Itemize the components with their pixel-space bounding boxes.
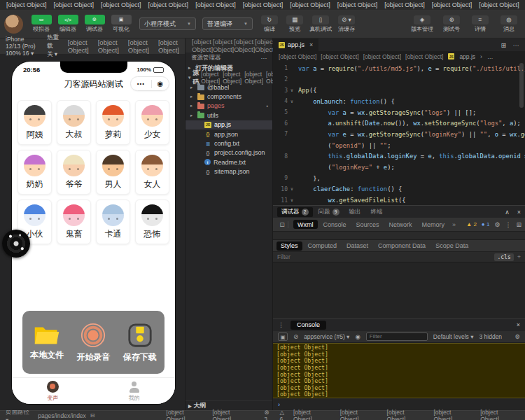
menu-item[interactable]: [object Object] [475, 1, 523, 8]
styles-tab[interactable]: Component Data [374, 241, 430, 251]
action-button[interactable]: ≡ 详情 [470, 15, 491, 33]
view-toggle-button[interactable]: ▣ 可视化 [109, 15, 133, 33]
mode-select[interactable]: 小程序模式 ▼ [139, 18, 196, 30]
view-toggle-button[interactable]: ▭ 模拟器 [29, 15, 53, 33]
menu-item[interactable]: [object Object] [428, 1, 476, 8]
breadcrumb-icon[interactable]: [object Object] [405, 53, 443, 60]
plus-icon[interactable]: + [517, 253, 521, 260]
voice-card[interactable]: 卡通 [96, 200, 130, 244]
kebab-icon[interactable]: ⋮ [278, 321, 284, 328]
tree-item[interactable]: ≣ config.txt [186, 139, 272, 148]
styles-tab[interactable]: Computed [304, 241, 342, 251]
tree-item[interactable]: JS app.js [186, 120, 272, 130]
problem-counts[interactable]: ⊗ 3 △ 6 [264, 409, 289, 420]
status-item[interactable]: [object Object] [340, 409, 378, 420]
status-item[interactable]: [object Object] [293, 409, 331, 420]
panel-tab[interactable]: 问题 9 [314, 207, 344, 217]
breadcrumb-file[interactable]: app.js [459, 53, 475, 60]
menu-item[interactable]: [object Object] [50, 1, 98, 8]
copy-path-icon[interactable]: ⊟ [90, 412, 95, 419]
devtools-tab[interactable]: Wxml [293, 220, 318, 229]
activity-icon[interactable]: [object Object] [213, 38, 234, 53]
voice-card[interactable]: 阿姨 [18, 100, 52, 145]
tree-item[interactable]: ▸ pages ● [186, 102, 272, 111]
record-button[interactable]: 开始录音 [76, 322, 110, 363]
styles-filter-input[interactable] [277, 253, 491, 260]
menu-item[interactable]: [object Object] [286, 1, 334, 8]
view-toggle-button[interactable]: ⊚ 调试器 [83, 15, 106, 33]
breadcrumb-icon[interactable]: [object Object] [363, 53, 401, 60]
action-button[interactable]: ⊕ 测试号 [441, 15, 462, 33]
status-item[interactable]: [object Object] [387, 409, 425, 420]
page-path[interactable]: pages/index/index [38, 412, 86, 419]
breadcrumb-icon[interactable]: [object Object] [279, 53, 316, 60]
tree-item[interactable]: ▸ components [186, 92, 272, 101]
more-icon[interactable]: ••• [131, 80, 151, 87]
menu-item[interactable]: [object Object] [239, 1, 287, 8]
tree-item[interactable]: {} app.json [186, 130, 272, 139]
menu-item[interactable]: [object Object] [145, 1, 192, 8]
dock-icon[interactable]: ⊞ [516, 221, 522, 228]
close-icon[interactable]: × [517, 209, 521, 216]
scrollbar[interactable] [519, 63, 524, 108]
panel-tab[interactable]: 调试器 2 [277, 207, 313, 217]
simulator-icon[interactable]: [object Object] [68, 38, 89, 54]
action-button[interactable]: ▯ 真机调试 [309, 15, 332, 33]
tree-item[interactable]: i Readme.txt [186, 158, 272, 167]
voice-card[interactable]: 萝莉 [96, 100, 130, 145]
devtools-tab[interactable]: Console [319, 220, 351, 229]
menu-item[interactable]: [object Object] [192, 1, 239, 8]
voice-card[interactable]: 大叔 [57, 100, 91, 145]
menu-item[interactable]: [object Object] [3, 1, 50, 8]
console-filter-input[interactable] [366, 332, 428, 341]
group-icon[interactable]: ▣ [278, 332, 288, 341]
tree-item[interactable]: {} project.config.json [186, 148, 272, 158]
device-selector[interactable]: iPhone 12/13 (Pro) 100% 16 ▾ [6, 36, 38, 57]
home-capsule-icon[interactable]: ◉ [152, 80, 169, 88]
view-toggle-button[interactable]: </> 编辑器 [56, 15, 80, 33]
simulator-icon[interactable]: [object Object] [158, 38, 179, 54]
eye-icon[interactable]: ◉ [355, 333, 360, 340]
cls-toggle-button[interactable]: .cls [494, 253, 513, 261]
action-button[interactable]: ◍ 消息 [498, 15, 519, 33]
local-file-button[interactable]: 本地文件 [30, 323, 64, 361]
close-tab-icon[interactable]: × [309, 41, 313, 48]
simulator-icon[interactable]: [object Object] [128, 38, 149, 54]
warning-count[interactable]: ▲ 2 [466, 221, 477, 227]
context-selector[interactable]: appservice (#5) ▾ [304, 333, 349, 340]
voice-card[interactable]: 爷爷 [57, 150, 91, 195]
close-icon[interactable]: × [517, 321, 520, 328]
code-editor[interactable]: 1 var a = require("./utils/md5.js"), e =… [273, 62, 525, 205]
breadcrumb-more[interactable]: … [487, 53, 493, 60]
status-icon[interactable]: [object Object] [212, 409, 250, 420]
voice-card[interactable]: 鬼畜 [57, 200, 91, 244]
status-item[interactable]: [object Object] [480, 409, 518, 420]
activity-icon[interactable]: [object Object] [192, 38, 213, 53]
action-button[interactable]: ⊘ ▾ 清缓存 [336, 15, 357, 33]
panel-tab[interactable]: 输出 [345, 207, 365, 217]
console-tab[interactable]: Console [290, 321, 326, 330]
voice-card[interactable]: 恐怖 [135, 200, 169, 244]
tree-item[interactable]: {} sitemap.json [186, 167, 272, 176]
panel-tab[interactable]: 终端 [367, 207, 387, 217]
devtools-tab[interactable]: Sources [352, 220, 384, 229]
action-button[interactable]: ↻ 编译 [259, 15, 280, 33]
activity-icon[interactable]: [object Object] [234, 38, 255, 53]
simulator-icon[interactable]: [object Object] [98, 38, 119, 54]
menu-item[interactable]: [object Object] [334, 1, 382, 8]
tree-item[interactable]: ▸ @babel [186, 83, 272, 92]
hot-reload-selector[interactable]: 热重载 关 ▾ [47, 34, 59, 59]
more-icon[interactable]: ⋯ [513, 41, 520, 49]
status-item[interactable]: [object Object] [433, 409, 471, 420]
gear-icon[interactable]: ⚙ [494, 221, 500, 228]
tree-item[interactable]: ▸ utils [186, 111, 272, 120]
menu-item[interactable]: [object Object] [381, 1, 428, 8]
menu-item[interactable]: [object Object] [97, 1, 145, 8]
voice-card[interactable]: 女人 [135, 150, 169, 195]
voice-card[interactable]: 男人 [96, 150, 130, 195]
user-avatar[interactable] [4, 15, 23, 34]
tab-voice[interactable]: 变声 [12, 378, 94, 404]
info-count[interactable]: ● 1 [482, 221, 490, 227]
levels-selector[interactable]: Default levels ▾ [433, 333, 474, 340]
project-section[interactable]: ▾ 源码 [object Object][object Object][obje… [186, 73, 272, 83]
